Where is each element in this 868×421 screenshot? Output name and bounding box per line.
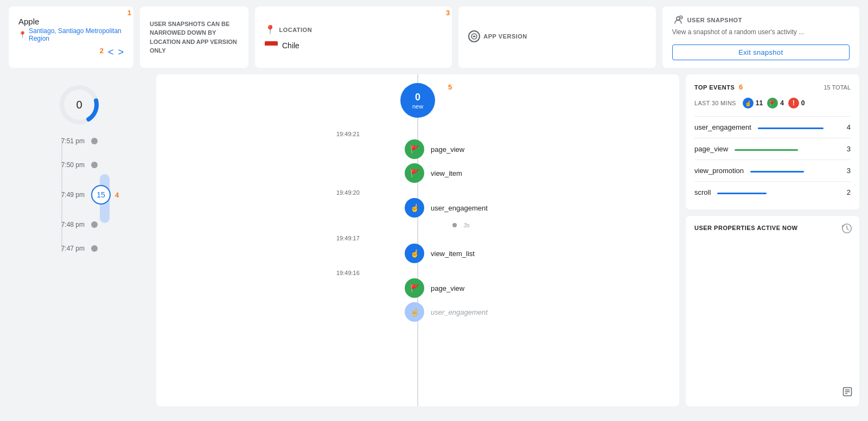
event-stat-page-view: page_view 3 [694,141,851,157]
user-snapshot-title: USER SNAPSHOT [672,14,850,26]
event-row-itemlist: ☝ view_item_list [169,244,666,263]
event-icon-engagement1: ☝ [405,198,424,218]
flag-icon-1: 🚩 [410,145,419,154]
annotation-5: 5 [448,83,452,91]
duration-dot [452,223,457,227]
new-badge: 0 new [400,83,435,118]
bar-promotion-fill [750,171,804,173]
duration-label: 3s [463,222,470,228]
dot-747 [91,245,98,252]
event-row-pageview1: 🚩 page_view [169,139,666,159]
snapshot-description: View a snapshot of a random user's activ… [672,28,850,36]
hand-icon-2: ☝ [410,249,419,258]
event-row-viewitem: 🚩 view_item [169,163,666,183]
event-row-pageview2: 🚩 page_view [169,278,666,298]
hand-icon-3: ☝ [410,308,419,316]
hand-icon-1: ☝ [410,203,419,212]
event-row-engagement1: ☝ user_engagement [169,198,666,218]
user-properties-card: USER PROPERTIES ACTIVE NOW [686,216,859,406]
flag-icon-2: 🚩 [410,169,419,177]
event-stat-view-promotion: view_promotion 3 [694,162,851,179]
prev-arrow[interactable]: < [108,47,114,58]
stat-green: 🚩 4 [767,98,784,109]
bar-engagement-fill [758,127,824,129]
flag-icon-3: 🚩 [410,284,419,292]
bar-scroll-fill [717,193,767,194]
dot-748 [91,221,98,228]
app-version-icon [468,30,480,42]
stat-orange: ! 0 [788,98,805,109]
bar-pageview [735,147,840,151]
report-icon [842,386,853,400]
event-icon-pageview1: 🚩 [405,139,424,159]
left-panel: 0 7:51 pm 7:50 pm 7:49 pm 15 4 [9,74,150,406]
dot-749-active: 15 [91,185,111,205]
timeline-item-748: 7:48 pm [52,221,150,228]
count-engagement: 4 [847,123,851,131]
event-name-scroll: scroll [694,188,711,196]
exit-snapshot-button[interactable]: Exit snapshot [672,44,850,60]
annotation-6: 6 [739,83,743,91]
top-bar: 1 Apple 📍 Santiago, Santiago Metropolita… [0,0,868,74]
event-row-engagement2: ☝ user_engagement [169,302,666,322]
event-label-itemlist: view_item_list [431,250,518,258]
right-panel: TOP EVENTS 6 15 TOTAL LAST 30 MINS ☝ 11 … [686,74,859,406]
top-events-header: TOP EVENTS 6 15 TOTAL [694,83,851,91]
location-pin-icon: 📍 [18,31,27,39]
event-icon-itemlist: ☝ [405,244,424,263]
app-version-title: APP VERSION [468,30,646,42]
time-748: 7:48 pm [52,221,85,228]
top-events-title: TOP EVENTS [694,84,735,91]
time-194920: 19:49:20 [336,189,360,196]
bar-engagement [758,125,840,129]
green-count: 4 [780,99,784,107]
divider-3 [694,160,851,160]
event-icon-pageview2: 🚩 [405,278,424,298]
time-749: 7:49 pm [52,191,85,199]
time-747: 7:47 pm [52,245,85,252]
donut-value: 0 [76,99,82,111]
timeline-item-750: 7:50 pm [52,161,150,169]
annotation-1: 1 [127,9,131,17]
dot-751 [91,138,98,144]
nav-arrows: 2 < > [18,47,124,58]
event-label-engagement2: user_engagement [431,308,518,316]
app-version-card: APP VERSION [458,7,655,68]
total-badge: 15 TOTAL [824,84,851,91]
event-name-promotion: view_promotion [694,167,744,175]
location-value: Chile [265,41,442,50]
middle-panel: 0 new 5 19:49:21 🚩 page_view [156,74,679,406]
last-label: LAST 30 MINS [694,100,736,106]
top-events-left: TOP EVENTS 6 [694,83,743,91]
count-scroll: 2 [847,188,851,196]
event-stat-user-engagement: user_engagement 4 [694,119,851,136]
divider-4 [694,181,851,182]
user-snapshot-card: USER SNAPSHOT View a snapshot of a rando… [662,7,859,68]
user-location: 📍 Santiago, Santiago Metropolitan Region [18,27,124,42]
annotation-2: 2 [100,47,104,58]
chile-flag [265,41,278,50]
user-name: Apple [18,17,124,26]
green-stat-icon: 🚩 [767,98,778,109]
snapshot-info-text: USER SNAPSHOTS CAN BE NARROWED DOWN BY L… [150,20,239,55]
divider-1 [694,116,851,117]
main-content: 0 7:51 pm 7:50 pm 7:49 pm 15 4 [0,74,868,415]
timeline: 7:51 pm 7:50 pm 7:49 pm 15 4 7:48 pm [9,137,150,252]
event-stat-scroll: scroll 2 [694,184,851,201]
user-snapshot-icon [672,14,684,26]
user-props-title: USER PROPERTIES ACTIVE NOW [694,225,851,231]
event-icon-viewitem: 🚩 [405,163,424,183]
orange-stat-icon: ! [788,98,799,109]
event-row-duration: 3s [169,222,666,228]
count-pageview: 3 [847,145,851,153]
next-arrow[interactable]: > [118,47,124,58]
timeline-item-747: 7:47 pm [52,245,150,252]
orange-count: 0 [801,99,805,107]
time-194917: 19:49:17 [336,235,360,241]
location-icon: 📍 [265,24,276,35]
donut-chart: 0 [58,83,101,126]
timeline-item-751: 7:51 pm [52,137,150,145]
location-title: 📍 LOCATION [265,24,442,35]
event-timeline: 0 new 5 19:49:21 🚩 page_view [156,74,679,406]
top-events-card: TOP EVENTS 6 15 TOTAL LAST 30 MINS ☝ 11 … [686,74,859,209]
